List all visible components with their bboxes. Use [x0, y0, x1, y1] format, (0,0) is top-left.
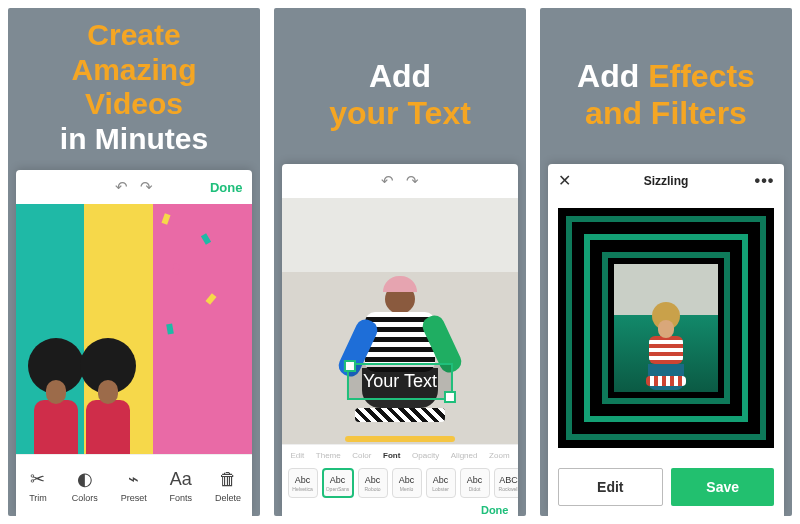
tool-preset[interactable]: ⌁Preset — [121, 468, 147, 503]
editor-topbar: ↶ ↷ — [282, 164, 519, 198]
title-line: in Minutes — [60, 122, 208, 157]
font-option[interactable]: ABCRockwell — [494, 468, 519, 498]
done-button[interactable]: Done — [282, 500, 519, 516]
promo-panel-2: Add your Text ↶ ↷ Your Text Edit Theme C… — [274, 8, 526, 516]
text-edit-tabs: Edit Theme Color Font Opacity Aligned Zo… — [282, 444, 519, 464]
font-option[interactable]: AbcDidot — [460, 468, 490, 498]
skateboard-illustration — [345, 436, 455, 442]
clip-left — [16, 204, 153, 454]
undo-icon[interactable]: ↶ — [115, 178, 128, 196]
effect-preview-wrap — [548, 198, 785, 458]
effect-topbar: ✕ Sizzling ••• — [548, 164, 785, 198]
close-icon[interactable]: ✕ — [558, 171, 598, 190]
redo-icon[interactable]: ↷ — [140, 178, 153, 196]
tool-fonts[interactable]: AaFonts — [170, 468, 193, 503]
done-button[interactable]: Done — [202, 180, 242, 195]
tool-trim[interactable]: ✂Trim — [27, 468, 49, 503]
tab-theme[interactable]: Theme — [316, 451, 341, 460]
trash-icon: 🗑 — [217, 468, 239, 490]
tab-color[interactable]: Color — [352, 451, 371, 460]
title-line: Add — [329, 58, 471, 95]
fonts-icon: Aa — [170, 468, 192, 490]
more-icon[interactable]: ••• — [734, 172, 774, 190]
panel-2-title: Add your Text — [323, 8, 477, 164]
title-line: Amazing — [60, 53, 208, 88]
text-overlay-input[interactable]: Your Text — [347, 363, 453, 400]
preset-icon: ⌁ — [123, 468, 145, 490]
font-option[interactable]: AbcMenlo — [392, 468, 422, 498]
promo-panel-1: Create Amazing Videos in Minutes ↶ ↷ Don… — [8, 8, 260, 516]
effect-title: Sizzling — [644, 174, 689, 188]
person-illustration — [76, 338, 140, 454]
clip-right — [153, 204, 252, 454]
effect-preview[interactable] — [558, 208, 775, 448]
font-picker: AbcHelvetica AbcOpenSans AbcRoboto AbcMe… — [282, 464, 519, 500]
editor-topbar: ↶ ↷ Done — [16, 170, 253, 204]
tab-font[interactable]: Font — [383, 451, 400, 460]
font-option[interactable]: AbcOpenSans — [322, 468, 354, 498]
title-line: Create — [60, 18, 208, 53]
font-option[interactable]: AbcLobster — [426, 468, 456, 498]
panel-3-title: Add Effects and Filters — [571, 8, 761, 164]
tab-opacity[interactable]: Opacity — [412, 451, 439, 460]
tool-delete[interactable]: 🗑Delete — [215, 468, 241, 503]
title-line: Videos — [60, 87, 208, 122]
tab-zoom[interactable]: Zoom — [489, 451, 509, 460]
phone-mock-1: ↶ ↷ Done ✂Trim ◐Colors ⌁Preset AaFonts 🗑… — [16, 170, 253, 516]
font-option[interactable]: AbcRoboto — [358, 468, 388, 498]
video-canvas[interactable] — [16, 204, 253, 454]
phone-mock-2: ↶ ↷ Your Text Edit Theme Color Font Opac… — [282, 164, 519, 516]
person-illustration — [340, 284, 460, 434]
video-canvas[interactable]: Your Text — [282, 198, 519, 444]
title-line: your Text — [329, 95, 471, 132]
save-button[interactable]: Save — [671, 468, 774, 506]
edit-button[interactable]: Edit — [558, 468, 663, 506]
photo-illustration — [614, 264, 719, 392]
redo-icon[interactable]: ↷ — [406, 172, 419, 190]
title-line: and Filters — [577, 95, 755, 132]
undo-icon[interactable]: ↶ — [381, 172, 394, 190]
phone-mock-3: ✕ Sizzling ••• Edit Save — [548, 164, 785, 516]
font-option[interactable]: AbcHelvetica — [288, 468, 318, 498]
promo-panel-3: Add Effects and Filters ✕ Sizzling ••• E… — [540, 8, 792, 516]
effect-actions: Edit Save — [548, 458, 785, 516]
editor-toolbar: ✂Trim ◐Colors ⌁Preset AaFonts 🗑Delete — [16, 454, 253, 516]
tool-colors[interactable]: ◐Colors — [72, 468, 98, 503]
tab-aligned[interactable]: Aligned — [451, 451, 478, 460]
panel-1-title: Create Amazing Videos in Minutes — [54, 8, 214, 170]
palette-icon: ◐ — [74, 468, 96, 490]
title-line: Add Effects — [577, 58, 755, 95]
tab-edit[interactable]: Edit — [290, 451, 304, 460]
scissors-icon: ✂ — [27, 468, 49, 490]
